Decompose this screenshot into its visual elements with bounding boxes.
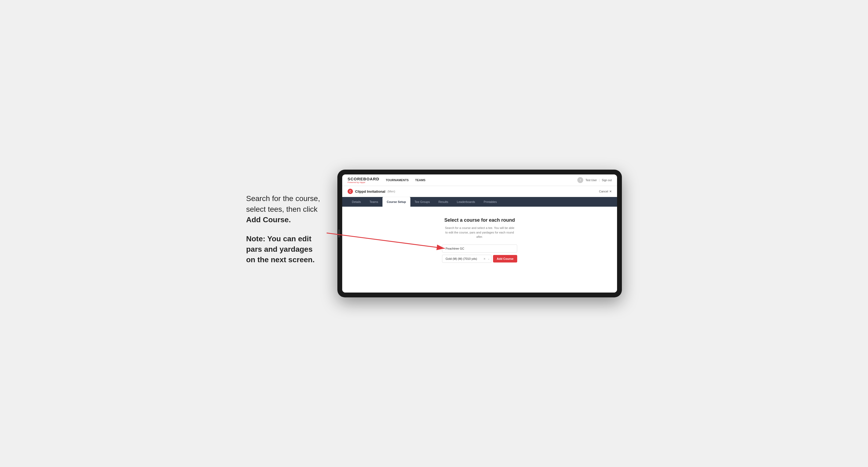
nav-right: T Test User | Sign out [577, 177, 612, 183]
cancel-button[interactable]: Cancel ✕ [599, 190, 612, 193]
section-description: Search for a course and select a tee. Yo… [445, 226, 515, 239]
tab-course-setup[interactable]: Course Setup [382, 197, 410, 207]
course-search-input[interactable] [442, 245, 517, 253]
page-wrapper: Search for the course, select tees, then… [246, 169, 622, 298]
sign-out-link[interactable]: Sign out [602, 179, 612, 182]
user-name: Test User [585, 179, 597, 182]
pipe: | [599, 179, 600, 182]
tab-leaderboards[interactable]: Leaderboards [453, 197, 479, 207]
tab-nav: Details Teams Course Setup Tee Groups Re… [342, 197, 617, 207]
note-label: Note: [246, 235, 266, 243]
tournaments-link[interactable]: TOURNAMENTS [386, 179, 408, 182]
left-annotation: Search for the course, select tees, then… [246, 193, 321, 274]
nav-left: SCOREBOARD Powered by clippd TOURNAMENTS… [348, 177, 426, 184]
main-content: Select a course for each round Search fo… [342, 207, 617, 292]
tee-select-row: ✕ ⌄ Add Course [442, 255, 517, 263]
tournament-icon: C [348, 189, 353, 194]
user-avatar: T [577, 177, 583, 183]
tab-tee-groups[interactable]: Tee Groups [410, 197, 434, 207]
logo-area: SCOREBOARD Powered by clippd [348, 177, 379, 184]
tee-select-wrapper: ✕ ⌄ [442, 255, 491, 263]
tablet-device: SCOREBOARD Powered by clippd TOURNAMENTS… [337, 169, 622, 298]
tablet-screen: SCOREBOARD Powered by clippd TOURNAMENTS… [342, 175, 617, 292]
tab-teams[interactable]: Teams [365, 197, 382, 207]
nav-links: TOURNAMENTS TEAMS [386, 179, 426, 182]
logo-sub: Powered by clippd [348, 181, 379, 184]
tee-chevron-icon[interactable]: ⌄ [488, 257, 490, 260]
tab-printables[interactable]: Printables [479, 197, 501, 207]
logo-text: SCOREBOARD [348, 177, 379, 181]
tournament-header: C Clippd Invitational (Men) Cancel ✕ [342, 186, 617, 197]
teams-link[interactable]: TEAMS [415, 179, 426, 182]
section-title: Select a course for each round [444, 217, 515, 223]
annotation-main: Search for the course, select tees, then… [246, 193, 321, 225]
tab-details[interactable]: Details [348, 197, 365, 207]
tab-results[interactable]: Results [434, 197, 453, 207]
course-form: ✕ ⌄ Add Course [442, 245, 517, 263]
tee-clear-icon[interactable]: ✕ [484, 257, 486, 260]
tournament-type: (Men) [388, 190, 395, 193]
top-nav: SCOREBOARD Powered by clippd TOURNAMENTS… [342, 175, 617, 186]
annotation-note: Note: You can edit pars and yardages on … [246, 234, 321, 265]
tournament-title: C Clippd Invitational (Men) [348, 189, 395, 194]
add-course-button[interactable]: Add Course [493, 255, 517, 262]
annotation-bold: Add Course. [246, 216, 291, 224]
tournament-name: Clippd Invitational [355, 189, 385, 193]
tablet-side-button [338, 229, 340, 238]
